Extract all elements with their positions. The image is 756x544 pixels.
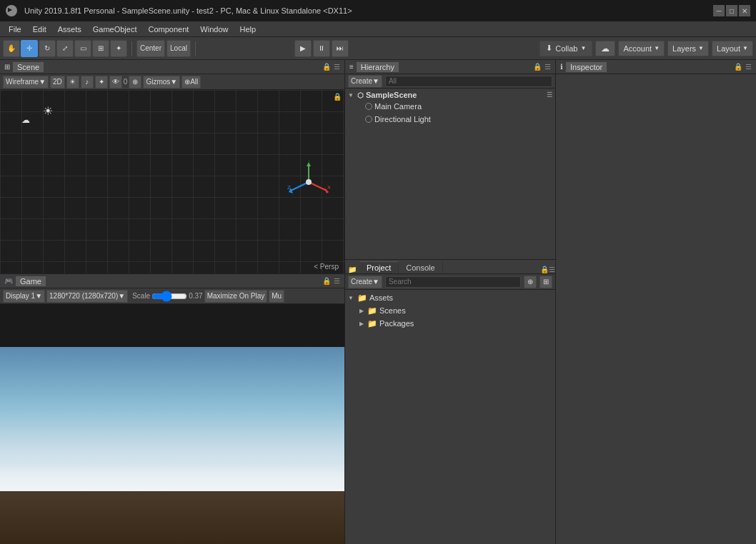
gizmos-arrow: ▼ (170, 78, 177, 86)
scene-menu-icon[interactable]: ☰ (334, 63, 340, 71)
scenes-folder-icon: 📁 (367, 306, 377, 316)
scene-toolbar: Wireframe ▼ 2D ☀ ♪ ✦ 👁 0 ⊕ Gizmos ▼ ⊕ (0, 74, 344, 90)
space-button[interactable]: Local (166, 40, 191, 57)
scenes-label: Scenes (379, 306, 406, 315)
packages-expand-icon: ▶ (359, 321, 364, 327)
hierarchy-lock-icon: 🔒 (533, 63, 542, 71)
toolbar-sep-1 (131, 41, 132, 56)
cloud-button[interactable]: ☁ (595, 41, 615, 56)
inspector-menu-icon[interactable]: ☰ (745, 63, 752, 71)
menu-gameobject[interactable]: GameObject (87, 24, 143, 35)
assets-expand-icon: ▼ (348, 295, 354, 301)
toolbar-right: ⬇ Collab ▼ ☁ Account ▼ Layers ▼ Layout ▼ (539, 41, 753, 56)
game-tab[interactable]: Game (16, 276, 46, 286)
transform-tool[interactable]: ⊞ (92, 40, 109, 57)
maximize-on-play-button[interactable]: Maximize On Play (204, 290, 268, 303)
scene-hide-button[interactable]: 👁 (109, 76, 122, 89)
collab-label: Collab (555, 44, 577, 53)
main-area: ⊞ Scene 🔒 ☰ Wireframe ▼ 2D ☀ ♪ ✦ 👁 0 (0, 60, 756, 544)
project-search-type-button[interactable]: ⊕ (524, 276, 537, 288)
pause-button[interactable]: ⏸ (313, 40, 330, 57)
project-tab[interactable]: Project (359, 261, 399, 273)
hierarchy-item-main-camera[interactable]: Main Camera (345, 100, 555, 113)
resolution-button[interactable]: 1280*720 (1280x720) ▼ (46, 290, 128, 303)
display-button[interactable]: Display 1 ▼ (3, 290, 45, 303)
move-tool[interactable]: ✛ (21, 40, 38, 57)
wireframe-button[interactable]: Wireframe ▼ (3, 76, 49, 89)
scene-canvas[interactable]: ☀ ☁ 🔒 (0, 90, 344, 273)
scale-tool[interactable]: ⤢ (56, 40, 74, 57)
step-button[interactable]: ⏭ (332, 40, 349, 57)
project-search-input[interactable] (385, 276, 521, 288)
project-toolbar: Create ▼ ⊕ ⊞ (345, 274, 555, 290)
scene-tab[interactable]: Scene (13, 62, 44, 72)
hierarchy-search-input[interactable] (385, 76, 552, 87)
hierarchy-scene-menu[interactable]: ☰ (547, 91, 552, 99)
svg-point-6 (306, 179, 312, 185)
rect-tool[interactable]: ▭ (74, 40, 91, 57)
scene-audio-button[interactable]: ♪ (81, 76, 94, 89)
game-canvas[interactable] (0, 304, 344, 544)
mute-button[interactable]: Mu (269, 290, 284, 303)
gizmos-button[interactable]: Gizmos ▼ (143, 76, 180, 89)
project-filter-button[interactable]: ⊞ (539, 276, 552, 288)
game-menu-icon[interactable]: ☰ (334, 277, 340, 285)
scene-grid: ☀ ☁ 🔒 (0, 90, 344, 273)
project-assets-row[interactable]: ▼ 📁 Assets (345, 291, 555, 304)
inspector-tab[interactable]: Inspector (566, 62, 607, 72)
game-panel-header: 🎮 Game 🔒 ☰ (0, 274, 344, 288)
svg-line-4 (291, 182, 309, 191)
project-scenes-row[interactable]: ▶ 📁 Scenes (345, 304, 555, 317)
menu-bar: File Edit Assets GameObject Component Wi… (0, 21, 756, 37)
all-button[interactable]: ⊕ All (181, 76, 201, 89)
play-button[interactable]: ▶ (294, 40, 312, 57)
svg-text:Y: Y (307, 161, 312, 163)
hand-tool[interactable]: ✋ (3, 40, 20, 57)
scene-icon: ⬡ (357, 91, 364, 99)
light-icon (365, 116, 372, 123)
toolbar-sep-2 (195, 41, 196, 56)
scene-light-button[interactable]: ☀ (66, 76, 79, 89)
scene-effects-button[interactable]: ✦ (95, 76, 108, 89)
layers-button[interactable]: Layers ▼ (667, 41, 709, 56)
menu-help[interactable]: Help (234, 24, 262, 35)
game-lock-icon: 🔒 (322, 277, 331, 285)
account-button[interactable]: Account ▼ (618, 41, 665, 56)
menu-edit[interactable]: Edit (27, 24, 52, 35)
hierarchy-create-button[interactable]: Create ▼ (348, 75, 382, 88)
title-bar: Unity 2019.1.8f1 Personal - SampleScene.… (0, 0, 756, 21)
custom-tool[interactable]: ✦ (110, 40, 127, 57)
project-tabs-bar: 📁 Project Console 🔒 ☰ (345, 260, 555, 274)
pivot-mode-button[interactable]: Center (136, 40, 165, 57)
scale-slider[interactable] (151, 292, 187, 301)
menu-window[interactable]: Window (194, 24, 234, 35)
project-content: ▼ 📁 Assets ▶ 📁 Scenes ▶ 📁 Packages (345, 290, 555, 544)
packages-folder-icon: 📁 (367, 319, 377, 328)
hierarchy-item-directional-light[interactable]: Directional Light (345, 113, 555, 126)
project-menu-icon[interactable]: ☰ (549, 266, 555, 273)
inspector-header: ℹ Inspector 🔒 ☰ (556, 60, 756, 74)
scene-2d-button[interactable]: 2D (50, 76, 65, 89)
collab-button[interactable]: ⬇ Collab ▼ (539, 41, 592, 56)
inspector-lock-icon: 🔒 (734, 63, 742, 71)
maximize-button[interactable]: □ (726, 5, 737, 16)
minimize-button[interactable]: ─ (713, 5, 725, 16)
svg-line-2 (309, 182, 327, 191)
hierarchy-tab[interactable]: Hierarchy (357, 62, 399, 72)
menu-component[interactable]: Component (142, 24, 194, 35)
menu-file[interactable]: File (3, 24, 27, 35)
rotate-tool[interactable]: ↻ (39, 40, 56, 57)
project-create-button[interactable]: Create ▼ (348, 276, 382, 288)
scene-expand-icon: ▼ (348, 92, 354, 99)
scene-gizmo: X Y Z (287, 161, 330, 203)
hierarchy-menu-icon[interactable]: ☰ (544, 63, 551, 71)
scene-tools-button[interactable]: ⊕ (129, 76, 141, 89)
layers-label: Layers (672, 44, 696, 53)
close-button[interactable]: ✕ (739, 5, 750, 16)
project-packages-row[interactable]: ▶ 📁 Packages (345, 317, 555, 330)
console-tab[interactable]: Console (399, 262, 442, 273)
hierarchy-scene-row[interactable]: ▼ ⬡ SampleScene ☰ (345, 90, 555, 100)
menu-assets[interactable]: Assets (52, 24, 87, 35)
inspector-content (556, 74, 756, 544)
layout-button[interactable]: Layout ▼ (712, 41, 753, 56)
